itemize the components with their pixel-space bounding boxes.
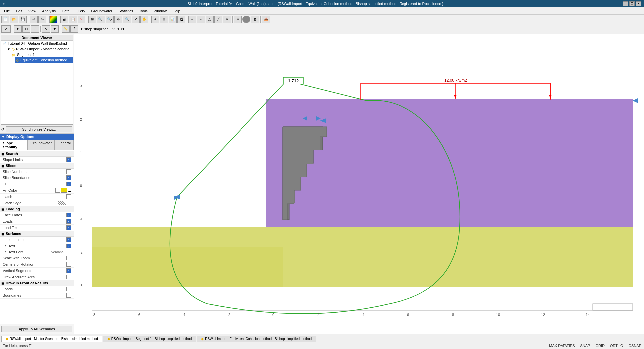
tree-item-equiv-cohesion[interactable]: ◇ Equivalent Cohesion method	[15, 57, 73, 63]
bottom-tab-0[interactable]: ◆ RSWall Import - Master Scenario - Bish…	[1, 336, 102, 342]
menu-tools[interactable]: Tools	[136, 8, 150, 14]
image-button[interactable]: 🖼	[177, 16, 185, 23]
minimize-button[interactable]: ─	[623, 1, 628, 6]
redo-button[interactable]: ↪	[38, 16, 46, 23]
tree-item-file[interactable]: 📄 Tutorial 04 - Gabion Wall (final).slmd	[1, 41, 73, 46]
arrow-button[interactable]: →	[188, 16, 196, 23]
hatch-checkbox[interactable]	[66, 194, 71, 199]
menu-query[interactable]: Query	[73, 8, 88, 14]
draw-front-loads-checkbox[interactable]	[66, 287, 71, 291]
pointer-button[interactable]: ↖	[42, 25, 50, 33]
export-button[interactable]: 📤	[262, 16, 270, 23]
circle-button[interactable]: ○	[197, 16, 205, 23]
query-button[interactable]: ?	[70, 25, 78, 33]
pencil-button[interactable]: ✏	[223, 16, 231, 23]
section-draw-front[interactable]: ▣ Draw in Front of Results	[0, 280, 74, 286]
draw-accurate-checkbox[interactable]	[66, 275, 71, 279]
tree-item-scenario[interactable]: ▼ ◇ RSWall Import - Master Scenario	[6, 46, 73, 52]
collapse-slices-icon: ▣	[1, 164, 4, 168]
fs-text-font-more[interactable]: ...	[68, 250, 71, 254]
chart-button[interactable]: 📊	[169, 16, 177, 23]
canvas-area[interactable]: 1.712 12.00 kN/m2 ◀ ▶ -8 -6 -4 -2	[74, 34, 644, 334]
section-search[interactable]: ▣ Search	[0, 151, 74, 157]
slice-numbers-checkbox[interactable]	[66, 169, 71, 174]
fill-color-more[interactable]: ...	[68, 188, 71, 192]
menu-file[interactable]: File	[1, 8, 13, 14]
status-osnap[interactable]: OSNAP	[628, 344, 641, 348]
tab-groundwater[interactable]: Groundwater	[27, 140, 55, 150]
tab-slope-stability[interactable]: Slope Stability	[0, 140, 27, 150]
open-button[interactable]: 📂	[10, 16, 18, 23]
page-setup-button[interactable]: 📋	[69, 16, 77, 23]
menu-data[interactable]: Data	[59, 8, 72, 14]
filter-button[interactable]: ▼	[14, 25, 22, 33]
slope-limits-checkbox[interactable]	[66, 157, 71, 162]
slice-boundaries-checkbox[interactable]	[66, 175, 71, 180]
polygon-button[interactable]: ⬡	[31, 25, 39, 33]
table-button[interactable]: ⊞	[160, 16, 168, 23]
save-button[interactable]: 💾	[19, 16, 27, 23]
vertical-segments-label: Vertical Segments	[3, 269, 66, 273]
fs-text-checkbox[interactable]	[66, 244, 71, 248]
menu-help[interactable]: Help	[170, 8, 183, 14]
funnel-button[interactable]: ▽	[234, 16, 242, 23]
menu-groundwater[interactable]: Groundwater	[89, 8, 115, 14]
bottom-tab-1[interactable]: ◆ RSWall Import - Segment 1 - Bishop sim…	[103, 336, 196, 342]
collapse-loading-icon: ▣	[1, 207, 4, 211]
new-button[interactable]: 📄	[1, 16, 9, 23]
draw-front-boundaries-checkbox[interactable]	[66, 293, 71, 298]
zoom-window-button[interactable]: 🔍	[123, 16, 131, 23]
color-button[interactable]	[49, 16, 57, 23]
vertical-segments-checkbox[interactable]	[66, 268, 71, 273]
section-slices[interactable]: ▣ Slices	[0, 163, 74, 169]
text-button[interactable]: A	[151, 16, 159, 23]
face-plates-checkbox[interactable]	[66, 213, 71, 217]
apply-all-scenarios-button[interactable]: Apply To All Scenarios	[1, 326, 72, 332]
menu-view[interactable]: View	[26, 8, 39, 14]
status-snap[interactable]: SNAP	[580, 344, 590, 348]
gray-circle-button[interactable]	[242, 16, 250, 23]
loads-checkbox[interactable]	[66, 219, 71, 224]
cancel-button[interactable]: ✕	[78, 16, 85, 23]
close-button[interactable]: ✕	[636, 1, 641, 6]
menu-statistics[interactable]: Statistics	[116, 8, 136, 14]
hatch-style-preview[interactable]	[58, 201, 71, 205]
line-button[interactable]: ╱	[214, 16, 222, 23]
collapse-icon-display: ▼	[1, 135, 5, 139]
shape-button[interactable]: △	[206, 16, 214, 23]
lines-center-checkbox[interactable]	[66, 237, 71, 242]
zoom-extend-button[interactable]: ⤢	[132, 16, 140, 23]
undo-button[interactable]: ↩	[30, 16, 38, 23]
print-button[interactable]: 🖨	[60, 16, 68, 23]
status-grid[interactable]: GRID	[595, 344, 605, 348]
centers-rotation-checkbox[interactable]	[66, 262, 71, 267]
synchronize-views-button[interactable]: Synchronize Views...	[6, 126, 72, 132]
hand-button[interactable]: ☛	[51, 25, 59, 33]
zoom-in-button[interactable]: 🔍+	[97, 16, 105, 23]
toolbar-separator-1	[28, 16, 28, 23]
restore-button[interactable]: ❐	[629, 1, 635, 6]
menu-analysis[interactable]: Analysis	[39, 8, 58, 14]
zoom-out-button[interactable]: 🔍-	[106, 16, 114, 23]
pan-button[interactable]: ✋	[140, 16, 148, 23]
section-surfaces[interactable]: ▣ Surfaces	[0, 231, 74, 237]
bottom-tab-2[interactable]: ◆ RSWall Import - Equivalent Cohesion me…	[197, 336, 316, 342]
menu-edit[interactable]: Edit	[13, 8, 25, 14]
status-max-datatips[interactable]: MAX DATATIPS	[549, 344, 575, 348]
fill-color-swatch[interactable]	[61, 188, 67, 193]
zoom-prev-button[interactable]: ⊙	[114, 16, 122, 23]
fit-button[interactable]: ⊞	[88, 16, 96, 23]
menu-window[interactable]: Window	[151, 8, 169, 14]
select-button[interactable]: ↗	[1, 25, 11, 33]
load-text-checkbox[interactable]	[66, 225, 71, 230]
filter2-button[interactable]: ⊡	[22, 25, 30, 33]
measure-button[interactable]: 📏	[62, 25, 70, 33]
delete-button[interactable]: 🗑	[251, 16, 259, 23]
tab-general[interactable]: General	[55, 140, 74, 150]
fill-color-checkbox[interactable]	[55, 188, 60, 193]
tree-item-segment[interactable]: 📁 Segment 1	[10, 52, 73, 57]
section-loading[interactable]: ▣ Loading	[0, 206, 74, 212]
fill-checkbox[interactable]	[66, 182, 71, 186]
status-ortho[interactable]: ORTHO	[610, 344, 623, 348]
scale-zoom-checkbox[interactable]	[66, 256, 71, 260]
